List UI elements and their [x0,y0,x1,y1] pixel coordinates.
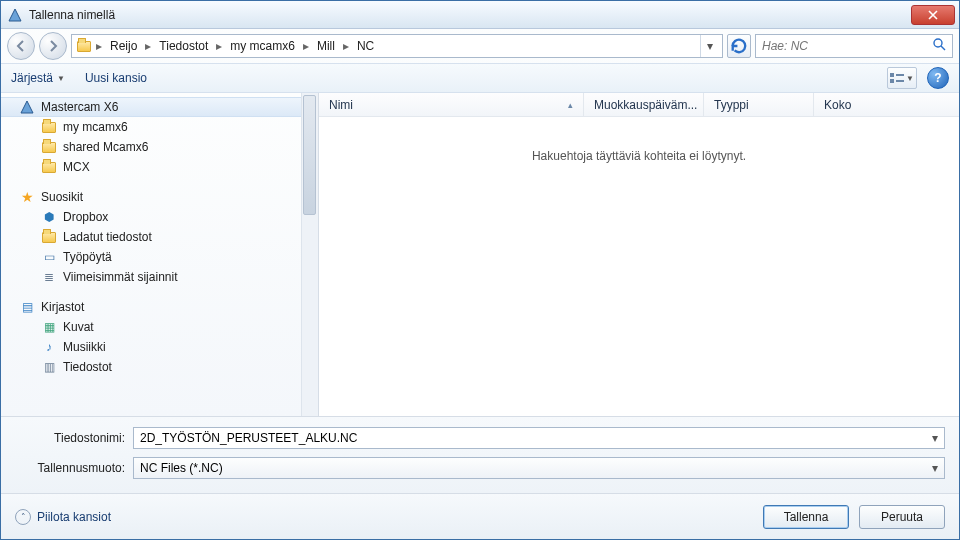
list-header: Nimi▴ Muokkauspäiväm... Tyyppi Koko [319,93,959,117]
chevron-right-icon: ▸ [214,39,224,53]
music-icon: ♪ [41,339,57,355]
cancel-button[interactable]: Peruuta [859,505,945,529]
dropbox-icon: ⬢ [41,209,57,225]
titlebar: Tallenna nimellä [1,1,959,29]
new-folder-button[interactable]: Uusi kansio [85,71,147,85]
tree-favorites[interactable]: ★Suosikit [1,187,318,207]
tree-item[interactable]: my mcamx6 [1,117,318,137]
hide-folders-label: Piilota kansiot [37,510,111,524]
breadcrumb-item[interactable]: Reijo [106,39,141,53]
breadcrumb-item[interactable]: Mill [313,39,339,53]
chevron-down-icon[interactable]: ▾ [926,431,938,445]
save-fields: Tiedostonimi: ▾ Tallennusmuoto: NC Files… [1,416,959,493]
chevron-up-icon: ˄ [15,509,31,525]
tree-label: Kirjastot [41,300,84,314]
downloads-icon [41,229,57,245]
star-icon: ★ [19,189,35,205]
svg-rect-1 [890,73,894,77]
tree-label: Musiikki [63,340,106,354]
column-size[interactable]: Koko [814,93,959,116]
tree-label: Mastercam X6 [41,100,118,114]
toolbar: Järjestä ▼ Uusi kansio ▼ ? [1,63,959,93]
breadcrumb-dropdown[interactable]: ▾ [700,35,718,57]
tree-label: shared Mcamx6 [63,140,148,154]
app-icon [19,99,35,115]
tree-item[interactable]: shared Mcamx6 [1,137,318,157]
scrollbar-thumb[interactable] [303,95,316,215]
column-modified[interactable]: Muokkauspäiväm... [584,93,704,116]
tree-item[interactable]: ≣Viimeisimmät sijainnit [1,267,318,287]
sort-asc-icon: ▴ [568,100,573,110]
chevron-down-icon: ▼ [57,74,65,83]
close-button[interactable] [911,5,955,25]
organize-label: Järjestä [11,71,53,85]
column-type[interactable]: Tyyppi [704,93,814,116]
chevron-right-icon: ▸ [143,39,153,53]
column-label: Tyyppi [714,98,749,112]
window-title: Tallenna nimellä [29,8,911,22]
file-list-area: Nimi▴ Muokkauspäiväm... Tyyppi Koko Haku… [319,93,959,416]
folder-tree-sidebar: Mastercam X6 my mcamx6 shared Mcamx6 MCX… [1,93,319,416]
chevron-right-icon: ▸ [341,39,351,53]
organize-menu[interactable]: Järjestä ▼ [11,71,65,85]
svg-point-0 [934,39,942,47]
folder-icon [41,139,57,155]
column-name[interactable]: Nimi▴ [319,93,584,116]
sidebar-scrollbar[interactable] [301,93,318,416]
tree-label: Ladatut tiedostot [63,230,152,244]
navbar: ▸ Reijo ▸ Tiedostot ▸ my mcamx6 ▸ Mill ▸… [1,29,959,63]
help-button[interactable]: ? [927,67,949,89]
tree-label: Suosikit [41,190,83,204]
tree-label: Viimeisimmät sijainnit [63,270,177,284]
tree-item[interactable]: ▥Tiedostot [1,357,318,377]
folder-icon [41,159,57,175]
tree-label: my mcamx6 [63,120,128,134]
tree-label: Tiedostot [63,360,112,374]
refresh-button[interactable] [727,34,751,58]
filename-input[interactable] [140,431,926,445]
pictures-icon: ▦ [41,319,57,335]
tree-label: MCX [63,160,90,174]
breadcrumb-item[interactable]: my mcamx6 [226,39,299,53]
breadcrumb-item[interactable]: NC [353,39,378,53]
svg-rect-3 [896,74,904,76]
hide-folders-link[interactable]: ˄ Piilota kansiot [15,509,111,525]
chevron-right-icon: ▸ [301,39,311,53]
back-button[interactable] [7,32,35,60]
search-box[interactable] [755,34,953,58]
folder-icon [76,38,92,54]
tree-item[interactable]: MCX [1,157,318,177]
chevron-down-icon: ▼ [906,74,914,83]
filename-field[interactable]: ▾ [133,427,945,449]
library-icon: ▤ [19,299,35,315]
tree-libraries[interactable]: ▤Kirjastot [1,297,318,317]
filetype-dropdown[interactable]: NC Files (*.NC) ▾ [133,457,945,479]
save-button[interactable]: Tallenna [763,505,849,529]
svg-rect-4 [896,80,904,82]
empty-list-message: Hakuehtoja täyttäviä kohteita ei löytyny… [319,149,959,163]
view-options-button[interactable]: ▼ [887,67,917,89]
column-label: Nimi [329,98,353,112]
filetype-label: Tallennusmuoto: [15,461,133,475]
search-input[interactable] [762,39,933,53]
tree-item[interactable]: ▭Työpöytä [1,247,318,267]
tree-item[interactable]: ♪Musiikki [1,337,318,357]
folder-icon [41,119,57,135]
tree-item[interactable]: Ladatut tiedostot [1,227,318,247]
chevron-right-icon: ▸ [94,39,104,53]
tree-root-mastercam[interactable]: Mastercam X6 [1,97,318,117]
chevron-down-icon[interactable]: ▾ [926,461,938,475]
tree-item[interactable]: ⬢Dropbox [1,207,318,227]
breadcrumb[interactable]: ▸ Reijo ▸ Tiedostot ▸ my mcamx6 ▸ Mill ▸… [71,34,723,58]
breadcrumb-item[interactable]: Tiedostot [155,39,212,53]
column-label: Muokkauspäiväm... [594,98,697,112]
dialog-body: Mastercam X6 my mcamx6 shared Mcamx6 MCX… [1,93,959,416]
column-label: Koko [824,98,851,112]
filetype-value: NC Files (*.NC) [140,461,926,475]
recent-icon: ≣ [41,269,57,285]
forward-button[interactable] [39,32,67,60]
cancel-label: Peruuta [881,510,923,524]
documents-icon: ▥ [41,359,57,375]
filename-label: Tiedostonimi: [15,431,133,445]
tree-item[interactable]: ▦Kuvat [1,317,318,337]
